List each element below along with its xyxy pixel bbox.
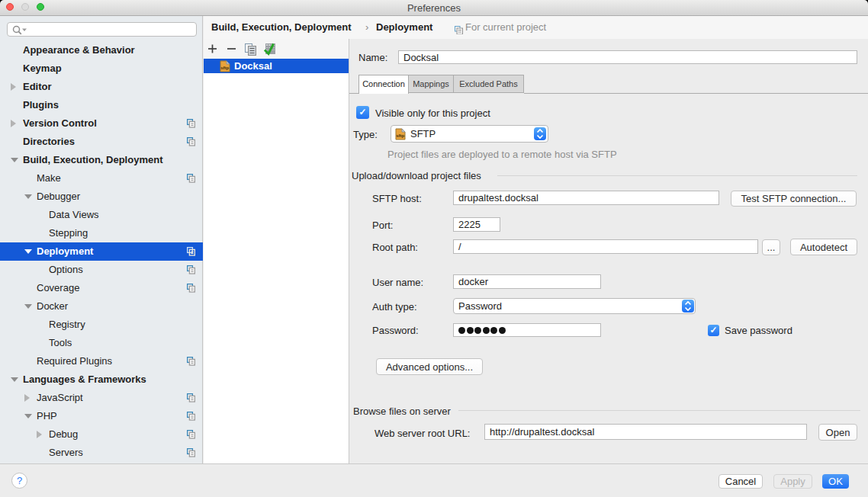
svg-text:sftp: sftp: [220, 66, 229, 70]
svg-text:sftp: sftp: [396, 133, 404, 137]
